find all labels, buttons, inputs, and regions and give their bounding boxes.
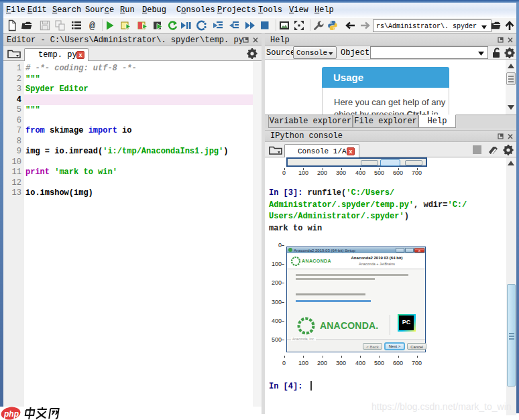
svg-text:php: php	[3, 409, 19, 419]
svg-text:@: @	[89, 21, 95, 32]
